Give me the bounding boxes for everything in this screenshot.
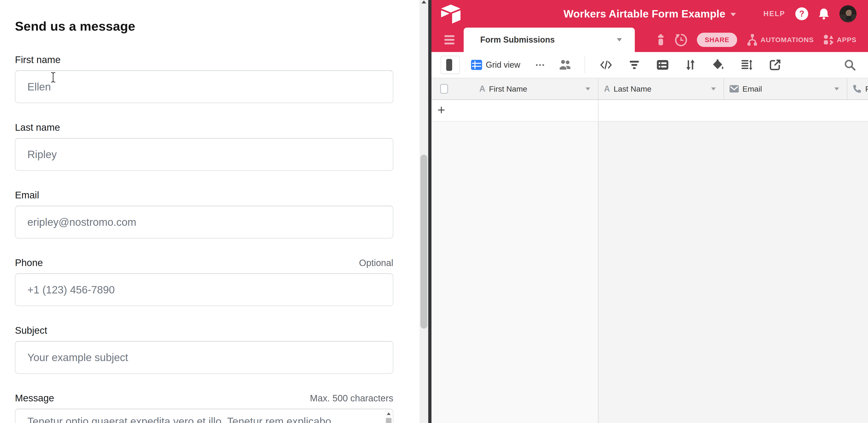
chevron-down-icon[interactable] [711,87,716,90]
help-button[interactable]: HELP [763,10,785,18]
group-icon [657,60,669,70]
grid-body-background [598,122,868,423]
scroll-up-arrow-icon[interactable] [387,413,391,415]
message-scrollbar[interactable] [385,410,392,423]
field-last-name: Last name [15,122,393,171]
notifications-button[interactable] [818,8,829,20]
share-view-button[interactable] [770,59,781,70]
view-switcher[interactable]: Grid view [471,60,520,70]
window-divider [428,0,431,423]
add-record-row[interactable]: + [431,100,868,122]
user-avatar[interactable] [839,5,857,22]
column-header-first-name[interactable]: A First Name [431,78,598,99]
history-button[interactable] [675,33,687,46]
apps-label: APPS [837,36,857,44]
automations-label: AUTOMATIONS [761,36,814,44]
share-view-icon [770,59,781,70]
chevron-down-icon [617,38,622,41]
hide-fields-button[interactable] [600,60,612,70]
field-message: Message Max. 500 characters Tenetur opti… [15,393,393,423]
filter-icon [629,60,640,69]
field-phone: Phone Optional [15,257,393,306]
search-button[interactable] [844,59,856,71]
column-header-phone[interactable]: Phone [847,78,868,99]
automations-button[interactable]: AUTOMATIONS [747,34,814,46]
tab-form-submissions[interactable]: Form Submissions [464,28,635,52]
text-field-icon: A [604,84,610,94]
page-scrollbar[interactable] [420,0,428,423]
question-mark-icon: ? [799,9,804,19]
column-name: Email [742,85,762,93]
subject-input[interactable] [15,341,393,374]
view-name: Grid view [486,60,520,70]
message-maxchars-helper: Max. 500 characters [310,393,393,403]
sidebar-toggle-icon [446,59,452,71]
message-textarea[interactable]: Tenetur optio quaerat expedita vero et i… [15,409,393,423]
form-heading: Send us a message [15,19,393,34]
grid-body-primary-column [431,122,598,423]
column-name: First Name [489,85,527,93]
scrollbar-thumb[interactable] [421,155,427,329]
view-sidebar-toggle-button[interactable] [441,56,460,74]
contact-form-pane: Send us a message First name Last name E… [0,0,420,423]
toolbar-divider [585,56,585,73]
email-label: Email [15,190,39,201]
search-icon [844,59,856,71]
bell-icon [818,8,829,20]
hide-fields-icon [600,60,612,70]
color-button[interactable] [713,59,724,70]
column-name: Last Name [614,85,651,93]
first-name-label: First name [15,54,61,65]
column-header-last-name[interactable]: A Last Name [598,78,724,99]
collaborators-button[interactable] [559,59,572,70]
row-height-icon [741,60,752,70]
phone-input[interactable] [15,273,393,306]
last-name-label: Last name [15,122,60,133]
chevron-down-icon[interactable] [834,87,839,90]
grid-body [431,122,868,423]
field-first-name: First name [15,54,393,103]
split-screen: Send us a message First name Last name E… [0,0,868,423]
airtable-topbar: Workers Airtable Form Example HELP ? [431,0,868,28]
column-name: Phone [865,85,868,93]
sort-button[interactable] [685,59,695,70]
airtable-tabbar: Form Submissions [431,28,868,52]
trash-button[interactable] [656,34,665,46]
last-name-input[interactable] [15,138,393,171]
add-record-cell[interactable]: + [431,100,598,121]
message-scrollbar-thumb[interactable] [386,418,392,423]
column-header-email[interactable]: Email [724,78,847,99]
message-placeholder-text: Tenetur optio quaerat expedita vero et i… [27,415,374,423]
scrollbar-up-arrow-icon[interactable] [422,0,426,3]
trash-icon [656,34,665,46]
share-button-label: SHARE [705,36,729,44]
base-title-menu[interactable]: Workers Airtable Form Example [563,0,736,28]
group-button[interactable] [657,60,669,70]
view-options-button[interactable]: … [535,60,546,70]
phone-label: Phone [15,257,43,268]
share-button[interactable]: SHARE [697,33,737,47]
help-question-button[interactable]: ? [795,7,808,20]
row-height-button[interactable] [741,60,752,70]
history-icon [675,33,687,46]
phone-optional-helper: Optional [359,258,393,268]
table-tab-label: Form Submissions [480,35,555,44]
apps-button[interactable]: APPS [824,34,857,45]
contact-form: Send us a message First name Last name E… [0,0,420,423]
phone-field-icon [853,85,862,93]
people-icon [559,59,572,70]
sort-icon [685,59,695,70]
email-input[interactable] [15,206,393,238]
tables-menu-button[interactable] [444,35,455,44]
airtable-logo[interactable] [440,3,461,24]
view-toolbar: Grid view … [431,52,868,78]
text-cursor-ibeam [50,72,56,83]
field-subject: Subject [15,325,393,374]
subject-label: Subject [15,325,47,336]
email-field-icon [730,85,739,92]
message-label: Message [15,393,54,404]
first-name-input[interactable] [15,70,393,103]
filter-button[interactable] [629,60,640,69]
chevron-down-icon[interactable] [586,87,590,90]
select-all-checkbox[interactable] [440,84,448,94]
